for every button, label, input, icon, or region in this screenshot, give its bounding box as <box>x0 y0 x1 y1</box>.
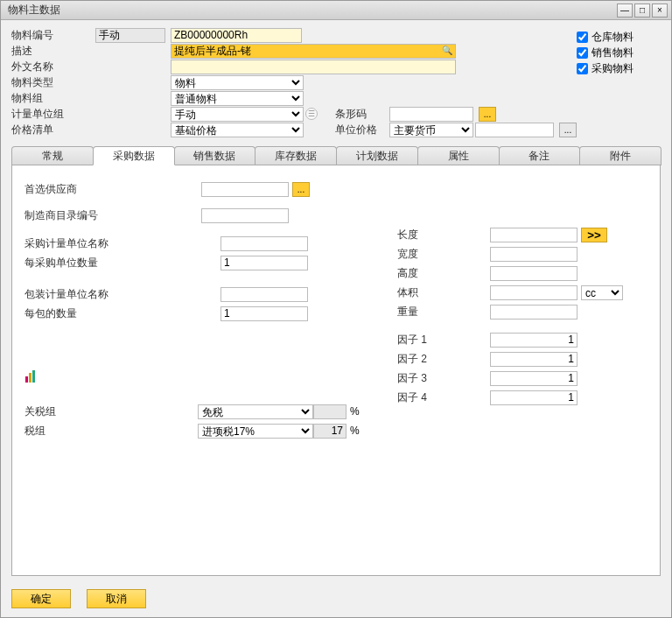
uom-group-select[interactable]: 手动 <box>171 107 304 122</box>
unit-price-ellipsis-button[interactable]: ... <box>559 123 577 137</box>
qty-per-pack-label: 每包的数量 <box>24 306 138 321</box>
header-area: 物料编号 描述 🔍 外文名称 <box>1 20 671 576</box>
tab-inventory[interactable]: 库存数据 <box>255 146 337 165</box>
footer: 确定 取消 <box>11 589 146 608</box>
tax-pct-sign: % <box>350 425 360 437</box>
inventory-label: 仓库物料 <box>592 30 634 45</box>
item-no-input[interactable] <box>171 28 302 43</box>
item-type-select[interactable]: 物料 <box>171 75 304 90</box>
item-group-select[interactable]: 普通物料 <box>171 91 304 106</box>
pref-vendor-input[interactable] <box>201 182 289 197</box>
expand-dims-button[interactable]: >> <box>581 228 607 242</box>
dimension-section: 长度 >> 宽度 高度 体积 <box>397 227 623 323</box>
purchase-checkbox[interactable] <box>577 63 588 74</box>
purch-uom-input[interactable] <box>220 236 308 251</box>
unit-price-label: 单位价格 <box>335 123 389 137</box>
inventory-checkbox[interactable] <box>577 32 588 43</box>
ok-button[interactable]: 确定 <box>11 589 71 608</box>
purchase-label: 采购物料 <box>592 61 634 76</box>
factor3-label: 因子 3 <box>397 371 458 386</box>
titlebar: 物料主数据 — □ × <box>1 1 671 20</box>
tab-sales[interactable]: 销售数据 <box>174 146 256 165</box>
factor1-label: 因子 1 <box>397 333 458 348</box>
volume-unit-select[interactable]: cc <box>581 285 623 300</box>
svg-rect-1 <box>29 373 32 383</box>
close-button[interactable]: × <box>652 4 668 18</box>
items-per-pu-label: 每采购单位数量 <box>24 256 138 270</box>
foreign-name-label: 外文名称 <box>11 60 95 74</box>
desc-label: 描述 <box>11 44 95 59</box>
factor1-input[interactable] <box>490 333 578 348</box>
volume-input[interactable] <box>490 285 578 300</box>
tab-purchase[interactable]: 采购数据 <box>93 146 175 165</box>
pref-vendor-label: 首选供应商 <box>24 182 138 197</box>
customs-pct-sign: % <box>350 405 360 418</box>
width-label: 宽度 <box>397 247 458 262</box>
sales-label: 销售物料 <box>592 46 634 60</box>
barcode-label: 条形码 <box>335 107 389 122</box>
factor2-input[interactable] <box>490 352 578 367</box>
tab-general[interactable]: 常规 <box>11 146 94 165</box>
pref-vendor-picker-button[interactable]: ... <box>292 182 310 197</box>
weight-label: 重量 <box>397 305 458 320</box>
tax-pct-input <box>313 424 346 439</box>
tab-attributes[interactable]: 属性 <box>417 146 500 165</box>
factor2-label: 因子 2 <box>397 352 458 367</box>
width-input[interactable] <box>490 247 578 262</box>
minimize-button[interactable]: — <box>617 4 633 18</box>
height-input[interactable] <box>490 266 578 281</box>
customs-pct-input <box>313 404 346 419</box>
mfr-catalog-input[interactable] <box>201 208 289 223</box>
items-per-pu-input[interactable] <box>220 256 308 270</box>
foreign-name-input[interactable] <box>171 60 456 74</box>
maximize-button[interactable]: □ <box>634 4 650 18</box>
pack-uom-label: 包装计量单位名称 <box>24 287 138 302</box>
uom-group-label: 计量单位组 <box>11 107 95 122</box>
tab-content-purchase: 首选供应商 ... 制造商目录编号 采购计量单位名称 每采购单位数量 <box>11 165 661 576</box>
item-no-mode[interactable] <box>95 28 165 43</box>
length-input[interactable] <box>490 228 578 242</box>
tab-strip: 常规 采购数据 销售数据 库存数据 计划数据 属性 备注 附件 <box>11 146 661 165</box>
length-label: 长度 <box>397 228 458 242</box>
barcode-ellipsis-button[interactable]: ... <box>479 107 496 122</box>
tax-group-select[interactable]: 进项税17% <box>198 424 313 439</box>
factor4-input[interactable] <box>490 390 578 405</box>
svg-rect-0 <box>25 376 28 383</box>
height-label: 高度 <box>397 266 458 281</box>
chart-icon[interactable] <box>24 369 38 383</box>
volume-label: 体积 <box>397 285 458 300</box>
customs-group-select[interactable]: 免税 <box>198 404 313 419</box>
window-title: 物料主数据 <box>8 3 617 18</box>
sales-checkbox[interactable] <box>577 47 588 59</box>
window-controls: — □ × <box>617 4 668 18</box>
factors-section: 因子 1 因子 2 因子 3 因子 4 <box>397 332 578 409</box>
item-type-label: 物料类型 <box>11 75 95 90</box>
factor3-input[interactable] <box>490 371 578 386</box>
price-list-label: 价格清单 <box>11 123 95 137</box>
barcode-input[interactable] <box>389 107 473 122</box>
customs-group-label: 关税组 <box>24 404 86 419</box>
tax-group-label: 税组 <box>24 424 86 439</box>
item-no-label: 物料编号 <box>11 28 95 43</box>
uom-group-detail-icon[interactable]: ☰ <box>305 108 318 120</box>
weight-input[interactable] <box>490 305 578 320</box>
tab-planning[interactable]: 计划数据 <box>336 146 418 165</box>
qty-per-pack-input[interactable] <box>220 306 308 321</box>
cancel-button[interactable]: 取消 <box>87 589 146 608</box>
window: 物料主数据 — □ × 物料编号 描述 🔍 <box>0 0 672 618</box>
item-group-label: 物料组 <box>11 91 95 106</box>
desc-input[interactable] <box>171 44 456 59</box>
unit-price-currency[interactable]: 主要货币 <box>389 123 473 137</box>
mfr-catalog-label: 制造商目录编号 <box>24 208 138 223</box>
price-list-select[interactable]: 基础价格 <box>171 123 304 137</box>
factor4-label: 因子 4 <box>397 390 458 405</box>
tab-attachments[interactable]: 附件 <box>579 146 662 165</box>
purch-uom-label: 采购计量单位名称 <box>24 236 138 251</box>
svg-rect-2 <box>32 370 35 383</box>
unit-price-input[interactable] <box>475 123 554 137</box>
pack-uom-input[interactable] <box>220 287 308 302</box>
tab-remarks[interactable]: 备注 <box>499 146 581 165</box>
